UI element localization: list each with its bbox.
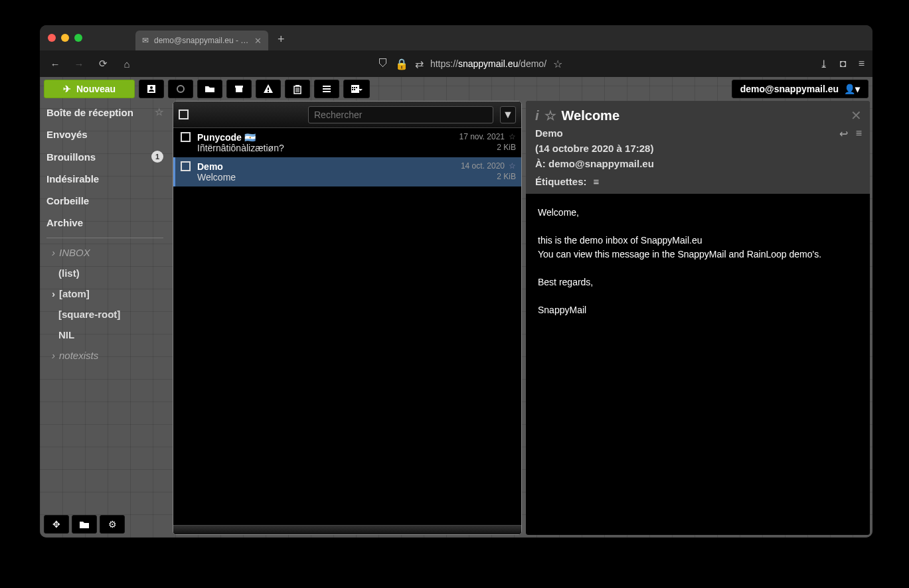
chevron-right-icon: › (52, 247, 55, 258)
subfolder-nil[interactable]: NIL (40, 325, 170, 345)
subfolder-inbox[interactable]: ›INBOX (40, 242, 170, 263)
chevron-right-icon: › (52, 288, 55, 299)
more-actions-icon[interactable]: ≡ (856, 127, 862, 140)
svg-rect-20 (354, 89, 355, 90)
new-tab-button[interactable]: + (278, 33, 285, 46)
minimize-window-button[interactable] (61, 34, 69, 42)
message-list-pane: ▼ Punycode 🇦🇷 Iñtërnâtiônàlizætiøn? 17 n… (173, 101, 522, 535)
svg-rect-3 (235, 86, 243, 88)
close-detail-button[interactable]: ✕ (851, 108, 862, 123)
message-date: 17 nov. 2021 (459, 132, 505, 141)
compose-button[interactable]: ✈ Nouveau (44, 80, 135, 98)
titlebar: ✉ demo@snappymail.eu - Boîte m... ✕ + (40, 25, 872, 50)
svg-rect-19 (352, 89, 353, 90)
detail-from: Demo (535, 127, 861, 139)
info-icon[interactable]: i (535, 108, 539, 123)
message-from: Punycode 🇦🇷 (197, 132, 452, 143)
star-icon[interactable]: ☆ (544, 108, 556, 123)
svg-rect-12 (323, 86, 331, 87)
account-button[interactable]: demo@snappymail.eu 👤▾ (732, 80, 868, 98)
more-button[interactable] (314, 80, 339, 98)
delete-button[interactable] (285, 80, 310, 98)
browser-tab[interactable]: ✉ demo@snappymail.eu - Boîte m... ✕ (135, 31, 268, 50)
search-advanced-button[interactable]: ▼ (500, 106, 516, 123)
url-bar[interactable]: ⛉ 🔒 ⇄ https://snappymail.eu/demo/ ☆ (143, 54, 797, 74)
close-window-button[interactable] (48, 34, 56, 42)
pocket-icon[interactable]: ◘ (840, 58, 847, 70)
subfolder-square-root[interactable]: [square-root] (40, 304, 170, 325)
reload-button[interactable]: ⟳ (96, 58, 110, 70)
divider (46, 238, 163, 238)
search-input[interactable] (308, 106, 493, 123)
star-icon[interactable]: ☆ (509, 161, 516, 171)
list-footer (173, 525, 521, 534)
message-date: 14 oct. 2020 (461, 161, 505, 171)
to-label: À: (535, 158, 546, 169)
svg-rect-17 (354, 87, 355, 88)
close-tab-icon[interactable]: ✕ (254, 36, 262, 46)
downloads-icon[interactable]: ⤓ (819, 58, 828, 70)
home-button[interactable]: ⌂ (120, 58, 134, 70)
send-icon: ✈ (63, 84, 71, 94)
app-content: ✈ Nouveau (40, 77, 872, 538)
message-row[interactable]: Punycode 🇦🇷 Iñtërnâtiônàlizætiøn? 17 nov… (173, 128, 521, 157)
svg-rect-6 (268, 91, 269, 92)
sidebar-bottom-icons: ✥ ⚙ (40, 511, 170, 538)
chevron-right-icon: › (52, 350, 55, 361)
app-toolbar: ✈ Nouveau (40, 77, 872, 101)
tags-menu-icon[interactable]: ≡ (594, 176, 600, 187)
select-all-checkbox[interactable] (179, 110, 189, 119)
folder-trash[interactable]: Corbeille (40, 190, 170, 212)
folder-manage-button[interactable] (72, 515, 97, 534)
folder-spam[interactable]: Indésirable (40, 168, 170, 190)
refresh-button[interactable] (168, 80, 193, 98)
bookmark-star-icon[interactable]: ☆ (553, 58, 562, 70)
subfolder-atom[interactable]: ›[atom] (40, 283, 170, 304)
folder-inbox[interactable]: Boîte de réception ☆ (40, 101, 170, 123)
folder-button[interactable] (197, 80, 222, 98)
archive-button[interactable] (226, 80, 252, 98)
svg-rect-18 (356, 87, 357, 88)
url-text: https://snappymail.eu/demo/ (430, 58, 546, 69)
folder-drafts[interactable]: Brouillons 1 (40, 145, 170, 168)
reply-icon[interactable]: ↩ (839, 127, 848, 140)
subfolder-notexists[interactable]: ›notexists (40, 345, 170, 366)
tune-icon: ⇄ (415, 58, 424, 70)
browser-window: ✉ demo@snappymail.eu - Boîte m... ✕ + ← … (40, 25, 872, 538)
message-size: 2 KiB (497, 172, 516, 181)
spam-button[interactable] (256, 80, 281, 98)
calendar-button[interactable] (343, 80, 370, 98)
folder-sent[interactable]: Envoyés (40, 123, 170, 145)
star-icon[interactable]: ☆ (155, 106, 163, 118)
folder-archive[interactable]: Archive (40, 212, 170, 234)
detail-date: (14 octobre 2020 à 17:28) (535, 143, 861, 154)
lock-icon: 🔒 (395, 58, 408, 70)
tab-title: demo@snappymail.eu - Boîte m... (154, 36, 249, 45)
mail-icon: ✉ (142, 36, 149, 45)
detail-subject: Welcome (562, 108, 620, 123)
message-subject: Iñtërnâtiônàlizætiøn? (197, 143, 452, 153)
message-size: 2 KiB (497, 143, 516, 152)
message-subject: Welcome (197, 172, 454, 183)
browser-navbar: ← → ⟳ ⌂ ⛉ 🔒 ⇄ https://snappymail.eu/demo… (40, 50, 872, 77)
drafts-count-badge: 1 (151, 151, 163, 163)
menu-icon[interactable]: ≡ (859, 58, 865, 70)
svg-point-2 (177, 86, 184, 92)
back-button[interactable]: ← (48, 58, 62, 70)
svg-rect-16 (352, 87, 353, 88)
settings-button[interactable]: ⚙ (100, 515, 125, 534)
star-icon[interactable]: ☆ (509, 132, 516, 141)
svg-point-1 (150, 86, 153, 89)
collapse-button[interactable]: ✥ (44, 515, 69, 534)
svg-rect-14 (323, 91, 331, 92)
maximize-window-button[interactable] (74, 34, 82, 42)
contacts-button[interactable] (139, 80, 164, 98)
subfolder-list[interactable]: (list) (40, 263, 170, 283)
message-checkbox[interactable] (181, 132, 191, 142)
message-row[interactable]: Demo Welcome 14 oct. 2020☆ 2 KiB (173, 157, 521, 186)
message-checkbox[interactable] (181, 161, 191, 171)
svg-rect-11 (295, 85, 299, 86)
window-controls (48, 34, 82, 42)
forward-button[interactable]: → (72, 58, 86, 70)
tags-label: Étiquettes: (535, 176, 587, 187)
